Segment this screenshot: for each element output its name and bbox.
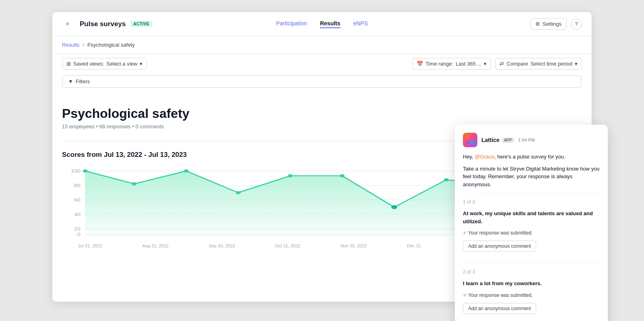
chevron-down-icon: ▾ <box>575 61 578 67</box>
chat-time: 1:04 PM <box>518 138 535 142</box>
chevron-down-icon: ▾ <box>140 61 142 67</box>
svg-point-19 <box>444 178 448 181</box>
svg-text:20: 20 <box>74 227 80 231</box>
question-2-num: 2 of 3 <box>463 268 600 276</box>
question-1: 1 of 3 At work, my unique skills and tal… <box>463 198 600 258</box>
gear-icon: ⚙ <box>535 21 540 27</box>
question-2-status: ✓ Your response was submitted. <box>463 292 600 299</box>
mention: @Grace <box>475 154 494 160</box>
svg-point-13 <box>132 182 136 185</box>
tab-enps[interactable]: eNPS <box>353 20 368 28</box>
svg-text:80: 80 <box>74 183 80 188</box>
svg-point-23 <box>471 136 474 139</box>
x-label: Dec 31 <box>407 243 421 248</box>
svg-point-17 <box>340 174 345 177</box>
time-controls: 📅 Time range: Last 365 ... ▾ ⇄ Compare S… <box>412 58 582 70</box>
toolbar: Results > Psychological safety <box>52 36 592 54</box>
page-title: Psychological safety <box>62 106 582 121</box>
breadcrumb-current: Psychological safety <box>87 42 135 48</box>
lattice-logo <box>463 133 477 147</box>
chat-popup: Lattice APP 1:04 PM Hey, @Grace, here's … <box>455 125 608 321</box>
filters-button[interactable]: ▼ Filters <box>62 75 581 88</box>
svg-point-15 <box>236 191 240 194</box>
filter-icon: ▼ <box>68 78 73 84</box>
header-nav: Participation Results eNPS <box>276 20 368 28</box>
svg-point-12 <box>83 169 87 173</box>
active-badge: ACTIVE <box>130 21 152 27</box>
compare-icon: ⇄ <box>500 61 504 67</box>
help-button[interactable]: ? <box>571 19 582 30</box>
chat-body-text: Take a minute to let Stryve Digital Mark… <box>463 165 600 189</box>
anon-comment-1-button[interactable]: Add an anonymous comment <box>463 241 536 252</box>
tab-results[interactable]: Results <box>320 20 341 28</box>
svg-text:100: 100 <box>71 169 80 173</box>
svg-text:60: 60 <box>74 198 80 202</box>
chat-meta: Lattice APP 1:04 PM <box>481 137 535 143</box>
svg-point-22 <box>466 136 469 139</box>
app-title: Pulse surveys <box>80 20 126 28</box>
saved-views-button[interactable]: ⊞ Saved views: Select a view ▾ <box>62 58 147 70</box>
settings-button[interactable]: ⚙ Settings <box>530 18 567 30</box>
svg-point-24 <box>466 141 469 144</box>
breadcrumb-separator: > <box>82 42 85 48</box>
anon-comment-2-button[interactable]: Add an anonymous comment <box>463 303 536 314</box>
x-label: Jul 31, 2022 <box>78 243 102 248</box>
svg-text:0: 0 <box>77 233 80 237</box>
x-label: Oct 31, 2022 <box>275 243 300 248</box>
svg-point-16 <box>288 174 292 177</box>
close-button[interactable]: × <box>62 19 73 30</box>
question-1-status: ✓ Your response was submitted. <box>463 229 600 237</box>
question-1-num: 1 of 3 <box>463 198 600 206</box>
header: × Pulse surveys ACTIVE Participation Res… <box>52 12 592 36</box>
filter-row: ▼ Filters <box>52 74 592 93</box>
compare-button[interactable]: ⇄ Compare Select time period ▾ <box>495 58 582 70</box>
x-label: Nov 30, 2022 <box>341 243 367 248</box>
x-label: Sep 30, 2022 <box>208 243 235 248</box>
grid-icon: ⊞ <box>66 61 71 67</box>
breadcrumb-parent[interactable]: Results <box>62 42 79 48</box>
chat-greeting: Hey, @Grace, here's a pulse survey for y… <box>463 153 600 161</box>
x-label: Aug 31, 2022 <box>142 243 168 248</box>
chat-body: Hey, @Grace, here's a pulse survey for y… <box>463 153 600 321</box>
svg-point-14 <box>184 169 188 173</box>
time-range-button[interactable]: 📅 Time range: Last 365 ... ▾ <box>412 58 491 70</box>
chat-sender: Lattice APP 1:04 PM <box>481 137 535 143</box>
filters-bar: ⊞ Saved views: Select a view ▾ 📅 Time ra… <box>52 54 592 74</box>
question-1-text: At work, my unique skills and talents ar… <box>463 210 600 225</box>
header-actions: ⚙ Settings ? <box>530 18 582 30</box>
question-2: 2 of 3 I learn a lot from my coworkers. … <box>463 268 600 321</box>
main-window: × Pulse surveys ACTIVE Participation Res… <box>52 12 592 302</box>
chat-header: Lattice APP 1:04 PM <box>463 133 600 147</box>
svg-point-18 <box>391 205 397 209</box>
svg-text:40: 40 <box>74 212 80 217</box>
question-2-text: I learn a lot from my coworkers. <box>463 280 600 288</box>
svg-point-25 <box>471 141 474 144</box>
chevron-down-icon: ▾ <box>484 61 487 67</box>
calendar-icon: 📅 <box>417 61 423 67</box>
breadcrumb: Results > Psychological safety <box>62 42 135 48</box>
tab-participation[interactable]: Participation <box>276 20 307 28</box>
app-badge: APP <box>502 138 514 143</box>
